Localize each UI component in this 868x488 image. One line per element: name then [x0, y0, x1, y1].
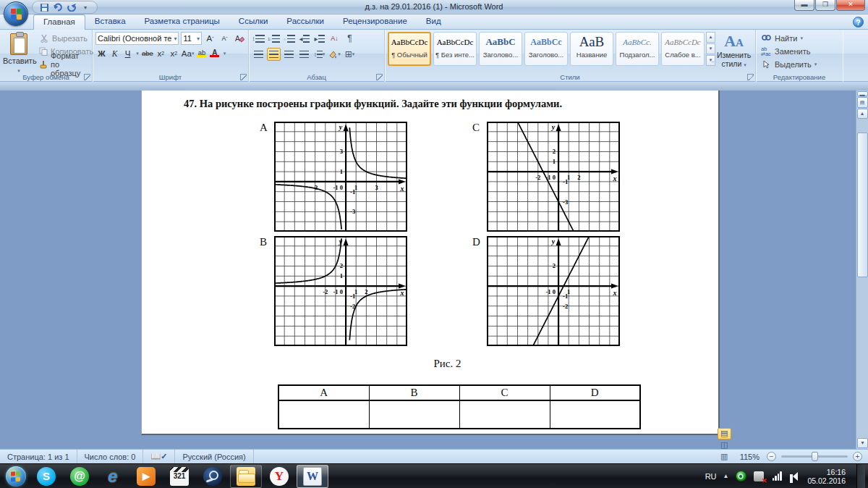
zoom-slider-thumb[interactable] [812, 452, 818, 461]
answer-table-cell-D[interactable] [550, 400, 640, 429]
power-icon[interactable] [753, 471, 765, 482]
style-item-2[interactable]: AaBbCcDc¶ Без инте... [433, 32, 477, 66]
restore-button[interactable]: ❐ [815, 0, 835, 11]
tab-Ссылки[interactable]: Ссылки [229, 14, 278, 30]
language-indicator[interactable]: Русский (Россия) [175, 450, 253, 464]
bold-button[interactable]: Ж [95, 47, 108, 59]
tab-Рассылки[interactable]: Рассылки [277, 14, 333, 30]
styles-scroll-down-icon[interactable]: ▼ [706, 43, 715, 54]
change-case-button[interactable]: Aa▾ [181, 47, 195, 59]
style-item-7[interactable]: AaBbCcDcСлабое в... [661, 32, 705, 66]
page-indicator[interactable]: Страница: 1 из 1 [0, 450, 77, 464]
answer-table-empty-row[interactable] [278, 400, 640, 429]
styles-scroll-up-icon[interactable]: ▲ [706, 32, 715, 43]
taskbar-media-player-classic-icon[interactable]: 321 [163, 465, 195, 488]
word-count[interactable]: Число слов: 0 [77, 450, 144, 464]
shrink-font-button[interactable]: Aˇ [218, 33, 231, 45]
font-size-select[interactable]: 11▾ [181, 32, 202, 45]
style-item-1[interactable]: AaBbCcDc¶ Обычный [388, 32, 431, 66]
cut-button[interactable]: Вырезать [38, 32, 89, 45]
style-item-6[interactable]: AaBbCc.Подзагол... [616, 32, 659, 66]
paste-button[interactable]: Вставить ▾ [3, 32, 35, 71]
strikethrough-button[interactable]: abe [141, 47, 154, 59]
taskbar-yandex-browser-icon[interactable]: Y [263, 465, 295, 488]
minimize-button[interactable]: ▬ [794, 0, 814, 11]
tab-Вставка[interactable]: Вставка [85, 14, 135, 30]
vertical-scrollbar[interactable]: ▬ ▤ ▲ ▼ [856, 91, 868, 449]
customize-qat-icon[interactable]: ▾ [80, 2, 91, 12]
italic-button[interactable]: К [109, 47, 121, 59]
taskbar-windows-media-player-icon[interactable]: ▶ [130, 465, 162, 488]
document-page[interactable]: 47. На рисунке построены графики функций… [141, 91, 720, 435]
tab-Вид[interactable]: Вид [417, 14, 451, 30]
increase-indent-icon[interactable]: ▸ [312, 32, 326, 45]
taskbar-microsoft-word-icon[interactable]: W [297, 465, 328, 488]
answer-table-cell-C[interactable] [459, 400, 550, 429]
sort-icon[interactable]: А↓ [328, 32, 341, 45]
undo-icon[interactable] [52, 2, 64, 12]
taskbar-steam-icon[interactable] [197, 465, 229, 488]
justify-icon[interactable] [297, 48, 311, 61]
copy-button[interactable]: Копировать [38, 45, 89, 58]
align-center-icon[interactable] [267, 48, 281, 61]
scroll-up-icon[interactable]: ▲ [857, 109, 868, 119]
shading-icon[interactable]: ▾ [328, 48, 341, 61]
font-color-button[interactable]: А [208, 47, 221, 59]
tab-Разметка страницы[interactable]: Разметка страницы [135, 14, 229, 30]
borders-icon[interactable]: ⊞▾ [343, 48, 357, 61]
close-button[interactable]: ✕ [836, 0, 865, 11]
zoom-slider[interactable] [781, 455, 848, 458]
zoom-level[interactable]: 115% [740, 453, 760, 461]
font-color-arrow[interactable]: ▾ [221, 47, 227, 59]
font-name-select[interactable]: Calibri (Основной те▾ [95, 32, 179, 45]
taskbar-mail-ru-agent-icon[interactable]: @ [64, 465, 95, 488]
line-spacing-icon[interactable]: ↕▾ [312, 48, 326, 61]
answer-table-cell-B[interactable] [369, 400, 459, 429]
style-item-4[interactable]: AaBbCcЗаголово... [524, 32, 568, 66]
redo-icon[interactable] [66, 2, 77, 12]
format-painter-button[interactable]: Формат по образцу [38, 58, 89, 71]
superscript-button[interactable]: x2 [168, 47, 180, 59]
decrease-indent-icon[interactable]: ◂ [297, 32, 311, 45]
taskbar-skype-icon[interactable]: S [30, 465, 62, 488]
tab-Рецензирование[interactable]: Рецензирование [333, 14, 417, 30]
language-switcher[interactable]: RU [705, 472, 717, 481]
view-full-screen-reading-icon[interactable]: ◫ [718, 439, 731, 451]
taskbar-internet-explorer-icon[interactable]: e [97, 465, 129, 488]
proofing-status[interactable]: 📖✓ [143, 450, 175, 464]
volume-icon[interactable] [789, 471, 801, 482]
underline-button[interactable]: Ч [122, 47, 134, 59]
scrollbar-thumb[interactable] [857, 132, 868, 277]
help-icon[interactable]: ? [853, 17, 864, 28]
antivirus-icon[interactable] [735, 471, 746, 482]
view-print-layout-icon[interactable]: ▤ [718, 428, 731, 439]
taskbar-windows-explorer-icon[interactable] [230, 465, 262, 488]
show-hidden-icons[interactable]: ▲ [723, 473, 729, 479]
tab-Главная[interactable]: Главная [33, 14, 85, 30]
change-styles-button[interactable]: AA Изменить стили ▾ [715, 32, 752, 68]
office-button[interactable] [4, 1, 28, 26]
answer-table-cell-A[interactable] [278, 400, 369, 429]
network-signal-icon[interactable] [771, 471, 783, 482]
style-item-5[interactable]: АаВНазвание [570, 32, 613, 66]
align-right-icon[interactable] [282, 48, 296, 61]
replace-button[interactable]: ab⇄ac Заменить [759, 45, 840, 57]
split-handle[interactable]: ▬ [857, 91, 868, 96]
ruler-toggle-icon[interactable]: ▤ [857, 97, 868, 108]
subscript-button[interactable]: x2 [155, 47, 167, 59]
highlight-button[interactable]: ab [195, 47, 208, 59]
show-marks-icon[interactable]: ¶ [343, 32, 357, 45]
start-button[interactable] [2, 466, 30, 487]
find-button[interactable]: Найти ▾ [759, 32, 840, 44]
multilevel-list-icon[interactable]: ⁘ [282, 32, 296, 45]
zoom-in-icon[interactable]: + [853, 452, 862, 461]
view-web-layout-icon[interactable]: ▥ [718, 451, 731, 463]
bullets-icon[interactable]: ⁝ [252, 32, 265, 45]
numbering-icon[interactable]: 1⁝ [267, 32, 281, 45]
style-item-3[interactable]: AaBbCЗаголово... [479, 32, 522, 66]
show-desktop-button[interactable] [856, 464, 865, 488]
grow-font-button[interactable]: Aˆ [204, 33, 216, 45]
clear-formatting-button[interactable]: A [233, 33, 245, 45]
styles-gallery-more-icon[interactable]: ▼̲ [706, 55, 715, 66]
align-left-icon[interactable] [252, 48, 265, 61]
